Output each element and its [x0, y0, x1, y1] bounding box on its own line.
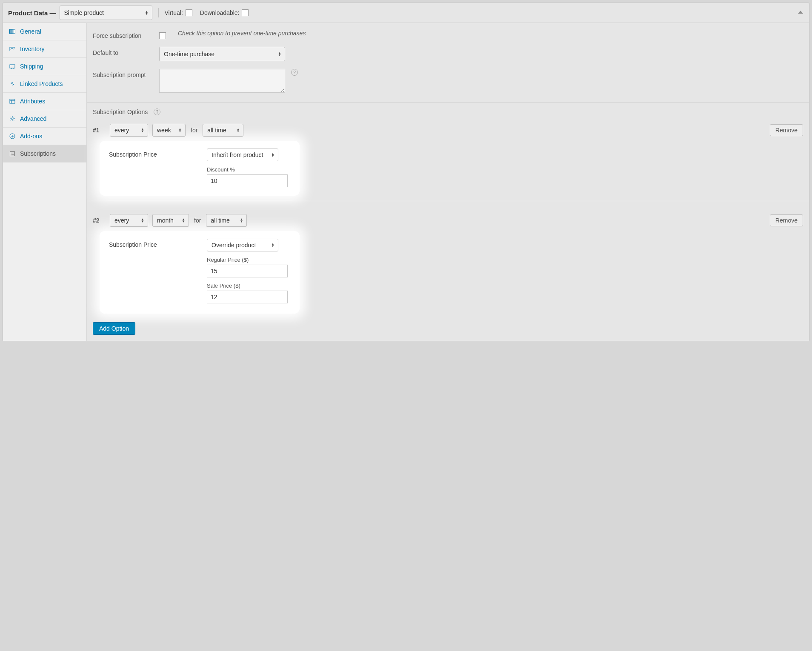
for-label: for: [190, 127, 198, 134]
price-card: Subscription Price Inherit from product …: [100, 141, 300, 196]
unit-select[interactable]: week ▲▼: [152, 124, 186, 137]
sidebar-item-label: General: [20, 28, 41, 35]
svg-line-19: [14, 117, 14, 117]
subscription-price-label: Subscription Price: [109, 239, 207, 248]
discount-label: Discount %: [207, 166, 288, 173]
select-arrows-icon: ▲▼: [240, 218, 243, 223]
downloadable-label: Downloadable:: [200, 9, 240, 16]
duration-value: all time: [211, 217, 229, 224]
sale-price-input[interactable]: [207, 291, 288, 303]
vertical-divider: [158, 8, 159, 17]
sidebar-item-subscriptions[interactable]: 10 Subscriptions: [3, 145, 86, 163]
product-data-panel: Product Data — Simple product ▲▼ Virtual…: [3, 3, 809, 341]
subscription-option: #2 every ▲▼ month ▲▼ for all time ▲▼ Rem…: [87, 201, 809, 314]
select-arrows-icon: ▲▼: [236, 128, 240, 132]
for-label: for: [193, 217, 202, 224]
force-subscription-label: Force subscription: [93, 30, 159, 39]
unit-select[interactable]: month ▲▼: [152, 214, 189, 227]
frequency-value: every: [114, 127, 129, 134]
svg-line-17: [11, 117, 11, 117]
sidebar-item-linked-products[interactable]: Linked Products: [3, 75, 86, 93]
sale-price-label: Sale Price ($): [207, 283, 288, 289]
subscription-prompt-label: Subscription prompt: [93, 69, 159, 78]
svg-line-18: [14, 120, 14, 120]
virtual-checkbox[interactable]: [186, 9, 192, 16]
plus-circle-icon: [9, 133, 16, 139]
price-mode-value: Override product: [212, 242, 256, 248]
price-mode-select[interactable]: Override product ▲▼: [207, 239, 278, 251]
gear-icon: [9, 116, 16, 122]
svg-text:10: 10: [11, 153, 14, 156]
add-option-button[interactable]: Add Option: [93, 322, 135, 335]
sidebar-item-shipping[interactable]: Shipping: [3, 58, 86, 75]
unit-value: month: [157, 217, 174, 224]
svg-rect-9: [10, 99, 15, 103]
select-arrows-icon: ▲▼: [141, 218, 144, 223]
sidebar-item-attributes[interactable]: Attributes: [3, 93, 86, 110]
sidebar-item-inventory[interactable]: Inventory: [3, 40, 86, 58]
price-card: Subscription Price Override product ▲▼ R…: [100, 231, 300, 314]
calendar-icon: 10: [9, 151, 16, 157]
select-arrows-icon: ▲▼: [278, 52, 281, 56]
default-to-value: One-time purchase: [164, 51, 214, 57]
unit-value: week: [157, 127, 171, 134]
sidebar-item-label: Inventory: [20, 46, 45, 52]
price-mode-value: Inherit from product: [212, 151, 263, 158]
subscription-option: #1 every ▲▼ week ▲▼ for all time ▲▼ Remo…: [87, 119, 809, 196]
sidebar: General Inventory Shipping Linked Produc…: [3, 23, 87, 341]
help-icon[interactable]: ?: [291, 69, 298, 76]
duration-select[interactable]: all time ▲▼: [206, 214, 247, 227]
frequency-select[interactable]: every ▲▼: [110, 214, 148, 227]
regular-price-label: Regular Price ($): [207, 257, 288, 263]
virtual-label: Virtual:: [165, 9, 183, 16]
sidebar-item-general[interactable]: General: [3, 23, 86, 40]
subscription-prompt-textarea[interactable]: [159, 69, 285, 93]
frequency-select[interactable]: every ▲▼: [110, 124, 148, 137]
general-icon: [9, 29, 16, 34]
select-arrows-icon: ▲▼: [178, 128, 182, 132]
subscription-price-label: Subscription Price: [109, 148, 207, 158]
select-arrows-icon: ▲▼: [141, 128, 144, 132]
svg-point-12: [11, 118, 13, 120]
discount-input[interactable]: [207, 174, 288, 187]
sidebar-item-label: Linked Products: [20, 80, 63, 87]
help-icon[interactable]: ?: [154, 108, 160, 115]
panel-title: Product Data —: [8, 9, 56, 17]
select-arrows-icon: ▲▼: [182, 218, 185, 223]
sidebar-item-advanced[interactable]: Advanced: [3, 110, 86, 128]
downloadable-checkbox[interactable]: [242, 9, 249, 16]
remove-option-button[interactable]: Remove: [770, 214, 803, 226]
product-type-value: Simple product: [64, 9, 104, 16]
svg-rect-0: [10, 29, 15, 34]
panel-header: Product Data — Simple product ▲▼ Virtual…: [3, 3, 809, 23]
svg-rect-5: [10, 65, 15, 68]
panel-body: General Inventory Shipping Linked Produc…: [3, 23, 809, 341]
option-index: #1: [93, 127, 106, 134]
sidebar-item-addons[interactable]: Add-ons: [3, 128, 86, 145]
link-icon: [9, 81, 16, 87]
price-mode-select[interactable]: Inherit from product ▲▼: [207, 148, 278, 161]
svg-line-20: [11, 120, 11, 120]
remove-option-button[interactable]: Remove: [770, 124, 803, 136]
collapse-icon[interactable]: [798, 11, 803, 14]
content-area: Force subscription Check this option to …: [87, 23, 809, 341]
regular-price-input[interactable]: [207, 265, 288, 277]
duration-value: all time: [207, 127, 226, 134]
product-type-select[interactable]: Simple product ▲▼: [60, 6, 152, 20]
default-to-label: Default to: [93, 47, 159, 56]
sidebar-item-label: Subscriptions: [20, 150, 56, 157]
attributes-icon: [9, 98, 16, 104]
select-arrows-icon: ▲▼: [271, 153, 274, 157]
force-subscription-hint: Check this option to prevent one-time pu…: [178, 30, 306, 37]
option-index: #2: [93, 217, 106, 224]
frequency-value: every: [114, 217, 129, 224]
force-subscription-checkbox[interactable]: [159, 32, 166, 39]
default-to-select[interactable]: One-time purchase ▲▼: [159, 47, 285, 61]
sidebar-item-label: Advanced: [20, 115, 46, 122]
sidebar-item-label: Add-ons: [20, 133, 42, 140]
duration-select[interactable]: all time ▲▼: [203, 124, 243, 137]
subscription-options-heading: Subscription Options: [93, 108, 148, 115]
select-arrows-icon: ▲▼: [145, 11, 149, 15]
sidebar-item-label: Attributes: [20, 98, 45, 105]
select-arrows-icon: ▲▼: [271, 243, 274, 247]
